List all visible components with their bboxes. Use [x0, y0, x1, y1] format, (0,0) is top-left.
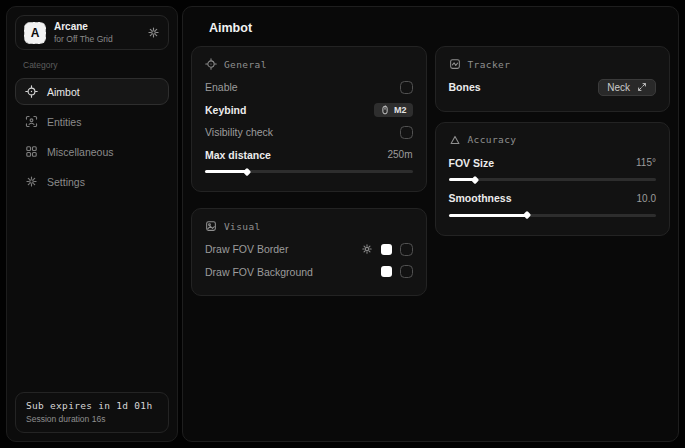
- bones-selected-value: Neck: [607, 82, 630, 93]
- slider-fill: [449, 214, 528, 217]
- person-scan-icon: [25, 115, 38, 128]
- sidebar: A Arcane for Off The Grid Category Aimbo…: [6, 6, 178, 442]
- expand-icon: [637, 82, 647, 92]
- sidebar-item-label: Entities: [47, 116, 81, 128]
- sidebar-item-label: Miscellaneous: [47, 146, 114, 158]
- visual-card: Visual Draw FOV Border Draw: [191, 208, 427, 296]
- slider-track: [449, 178, 657, 181]
- gear-icon[interactable]: [147, 26, 160, 39]
- slider-fill: [205, 170, 247, 173]
- sidebar-item-label: Aimbot: [47, 86, 80, 98]
- mouse-icon: [380, 105, 390, 115]
- sidebar-item-miscellaneous[interactable]: Miscellaneous: [15, 138, 169, 165]
- fov-border-row: Draw FOV Border: [205, 238, 413, 261]
- fov-size-value: 115°: [636, 157, 656, 168]
- subscription-info-card: Sub expires in 1d 01h Session duration 1…: [15, 392, 169, 433]
- smoothness-value: 10.0: [637, 193, 656, 204]
- bones-row: Bones Neck: [449, 76, 657, 99]
- gear-icon: [25, 175, 38, 188]
- gear-icon[interactable]: [361, 243, 373, 255]
- sidebar-item-entities[interactable]: Entities: [15, 108, 169, 135]
- keybind-button[interactable]: M2: [374, 103, 413, 117]
- fov-border-controls: [361, 243, 413, 256]
- sidebar-item-label: Settings: [47, 176, 85, 188]
- smoothness-row: Smoothness 10.0: [449, 187, 657, 210]
- fov-size-row: FOV Size 115°: [449, 152, 657, 175]
- tracker-card-title: Tracker: [468, 59, 511, 70]
- app-header-card: A Arcane for Off The Grid: [15, 15, 169, 50]
- app-window: A Arcane for Off The Grid Category Aimbo…: [0, 0, 685, 448]
- session-duration-text: Session duration 16s: [26, 414, 158, 424]
- fov-background-color-swatch[interactable]: [381, 266, 392, 277]
- fov-size-slider[interactable]: [449, 175, 657, 184]
- triangle-icon: [449, 134, 461, 146]
- app-name: Arcane: [54, 21, 139, 33]
- fov-size-section: FOV Size 115°: [449, 152, 657, 185]
- visibility-check-checkbox[interactable]: [400, 126, 413, 139]
- fov-background-label: Draw FOV Background: [205, 266, 313, 278]
- category-label: Category: [23, 60, 161, 70]
- sidebar-item-settings[interactable]: Settings: [15, 168, 169, 195]
- bones-select-button[interactable]: Neck: [598, 79, 656, 96]
- grid-icon: [25, 145, 38, 158]
- slider-fill: [449, 178, 476, 181]
- left-column: General Enable Keybind M2: [191, 46, 427, 296]
- keybind-label: Keybind: [205, 104, 246, 116]
- general-card: General Enable Keybind M2: [191, 46, 427, 192]
- crosshair-icon: [205, 58, 217, 70]
- slider-track: [205, 170, 413, 173]
- general-card-title: General: [224, 59, 267, 70]
- main-panel: Aimbot General Enable: [182, 6, 679, 442]
- sidebar-item-aimbot[interactable]: Aimbot: [15, 78, 169, 105]
- fov-background-controls: [381, 265, 413, 278]
- visibility-check-label: Visibility check: [205, 126, 273, 138]
- keybind-row: Keybind M2: [205, 99, 413, 122]
- visual-card-header: Visual: [205, 220, 413, 232]
- max-distance-slider[interactable]: [205, 167, 413, 176]
- keybind-value: M2: [394, 105, 407, 115]
- tracker-card: Tracker Bones Neck: [435, 46, 671, 112]
- smoothness-label: Smoothness: [449, 192, 512, 204]
- visual-card-title: Visual: [224, 221, 261, 232]
- general-card-header: General: [205, 58, 413, 70]
- accuracy-card: Accuracy FOV Size 115°: [435, 122, 671, 236]
- right-column: Tracker Bones Neck: [435, 46, 671, 236]
- accuracy-card-title: Accuracy: [468, 134, 517, 145]
- slider-thumb[interactable]: [471, 175, 479, 183]
- smoothness-section: Smoothness 10.0: [449, 187, 657, 220]
- fov-size-label: FOV Size: [449, 157, 495, 169]
- slider-thumb[interactable]: [523, 211, 531, 219]
- fov-border-checkbox[interactable]: [400, 243, 413, 256]
- sub-expires-text: Sub expires in 1d 01h: [26, 400, 158, 411]
- slider-track: [449, 214, 657, 217]
- fov-border-color-swatch[interactable]: [381, 244, 392, 255]
- app-title-block: Arcane for Off The Grid: [54, 21, 139, 44]
- enable-row: Enable: [205, 76, 413, 99]
- page-title: Aimbot: [191, 7, 670, 46]
- enable-label: Enable: [205, 81, 238, 93]
- visibility-check-row: Visibility check: [205, 121, 413, 144]
- slider-thumb[interactable]: [242, 167, 250, 175]
- image-icon: [205, 220, 217, 232]
- enable-checkbox[interactable]: [400, 81, 413, 94]
- fov-background-checkbox[interactable]: [400, 265, 413, 278]
- app-logo: A: [24, 22, 46, 44]
- activity-icon: [449, 58, 461, 70]
- max-distance-value: 250m: [387, 149, 412, 160]
- crosshair-icon: [25, 85, 38, 98]
- fov-border-label: Draw FOV Border: [205, 243, 288, 255]
- app-subtitle: for Off The Grid: [54, 34, 139, 44]
- tracker-card-header: Tracker: [449, 58, 657, 70]
- smoothness-slider[interactable]: [449, 211, 657, 220]
- bones-label: Bones: [449, 81, 481, 93]
- max-distance-row: Max distance 250m: [205, 144, 413, 167]
- accuracy-card-header: Accuracy: [449, 134, 657, 146]
- cards-container: General Enable Keybind M2: [191, 46, 670, 296]
- fov-background-row: Draw FOV Background: [205, 261, 413, 284]
- sidebar-nav: Aimbot Entities Miscellaneous Settings: [15, 78, 169, 195]
- max-distance-label: Max distance: [205, 149, 271, 161]
